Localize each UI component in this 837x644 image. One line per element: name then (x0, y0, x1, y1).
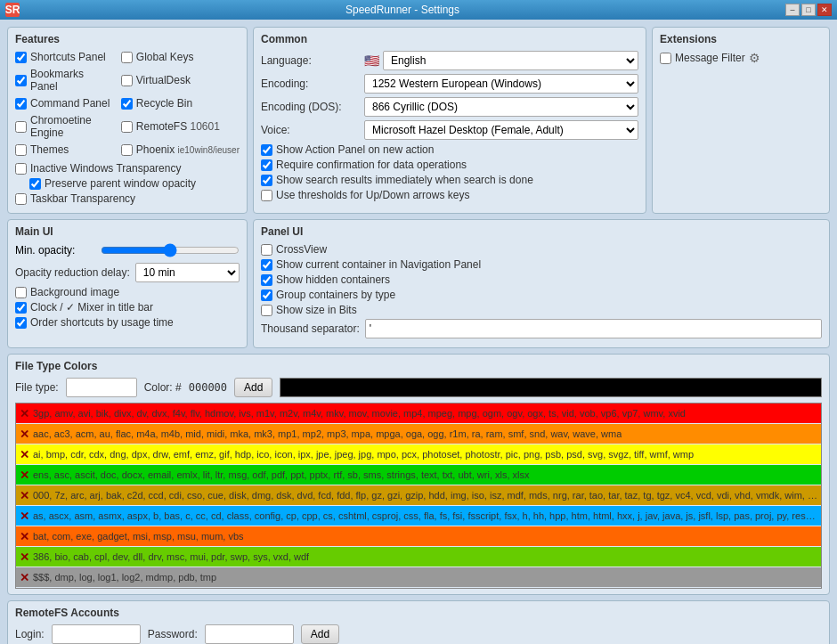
language-select-wrap: 🇺🇸 English (364, 51, 638, 70)
recycle-bin-checkbox[interactable] (121, 98, 133, 110)
show-current-checkbox[interactable] (261, 259, 272, 271)
color-bar-executable[interactable]: ✕ bat, com, exe, gadget, msi, msp, msu, … (16, 526, 821, 546)
remove-system-icon[interactable]: ✕ (20, 550, 29, 564)
encoding-dos-row: Encoding (DOS): 866 Cyrillic (DOS) (261, 97, 638, 117)
color-bar-image[interactable]: ✕ ai, bmp, cdr, cdx, dng, dpx, drw, emf,… (16, 444, 821, 464)
remove-executable-icon[interactable]: ✕ (20, 530, 29, 543)
group-containers-checkbox[interactable] (261, 289, 272, 301)
file-type-label: File type: (15, 381, 59, 394)
shortcuts-panel-row: Shortcuts Panel (15, 51, 114, 63)
virtualdesk-checkbox[interactable] (121, 75, 133, 86)
title-bar: SR SpeedRunner - Settings – □ ✕ (0, 0, 837, 20)
show-action-checkbox[interactable] (261, 144, 272, 156)
thousand-sep-input[interactable] (365, 319, 822, 338)
crossview-checkbox[interactable] (261, 244, 272, 256)
opacity-delay-select[interactable]: 10 min 1 min 5 min 15 min 30 min (135, 263, 240, 282)
command-panel-row: Command Panel (15, 97, 114, 110)
remove-code-icon[interactable]: ✕ (20, 509, 29, 523)
recycle-bin-row: Recycle Bin (121, 97, 240, 110)
login-input[interactable] (52, 624, 141, 644)
message-filter-checkbox[interactable] (660, 53, 671, 64)
middle-row: Main UI Min. opacity: Opacity reduction … (7, 219, 830, 348)
require-confirm-checkbox[interactable] (261, 159, 272, 171)
features-panel: Features Shortcuts Panel Global Keys Boo… (7, 27, 248, 214)
bookmarks-panel-checkbox[interactable] (15, 75, 27, 86)
voice-select[interactable]: Microsoft Hazel Desktop (Female, Adult) (364, 120, 638, 140)
inactive-windows-label: Inactive Windows Transparency (30, 162, 181, 175)
color-bar-code[interactable]: ✕ as, ascx, asm, asmx, aspx, b, bas, c, … (16, 506, 821, 526)
show-search-checkbox[interactable] (261, 175, 272, 186)
color-bar-video[interactable]: ✕ 3gp, amv, avi, bik, divx, dv, dvx, f4v… (16, 404, 821, 423)
color-bar-document[interactable]: ✕ ens, asc, ascit, doc, docx, email, eml… (16, 465, 821, 485)
remove-image-icon[interactable]: ✕ (20, 448, 29, 461)
min-opacity-label: Min. opacity: (15, 244, 95, 257)
app-icon: SR (5, 3, 20, 17)
phoenix-checkbox[interactable] (121, 144, 133, 156)
clock-mixer-checkbox[interactable] (15, 302, 27, 314)
require-confirm-row: Require confirmation for data operations (261, 159, 638, 171)
panel-ui-panel: Panel UI CrossView Show current containe… (253, 219, 830, 348)
color-value: 000000 (189, 381, 227, 394)
remove-temp-icon[interactable]: ✕ (20, 571, 29, 584)
remove-archive-icon[interactable]: ✕ (20, 489, 29, 502)
chromoetine-checkbox[interactable] (15, 121, 27, 133)
remove-document-icon[interactable]: ✕ (20, 469, 29, 482)
color-bar-audio[interactable]: ✕ aac, ac3, acm, au, flac, m4a, m4b, mid… (16, 424, 821, 444)
encoding-row: Encoding: 1252 Western European (Windows… (261, 74, 638, 94)
color-bar-archive[interactable]: ✕ 000, 7z, arc, arj, bak, c2d, ccd, cdi,… (16, 485, 821, 505)
show-action-row: Show Action Panel on new action (261, 143, 638, 156)
preserve-parent-row: Preserve parent window opacity (29, 177, 240, 190)
group-containers-row: Group containers by type (261, 289, 822, 301)
use-thresholds-checkbox[interactable] (261, 190, 272, 201)
language-select[interactable]: English (383, 51, 638, 70)
taskbar-checkbox[interactable] (15, 193, 27, 205)
global-keys-label: Global Keys (136, 51, 194, 63)
background-image-checkbox[interactable] (15, 287, 27, 298)
show-hidden-checkbox[interactable] (261, 274, 272, 286)
add-remotefs-button[interactable]: Add (301, 624, 339, 644)
top-row: Features Shortcuts Panel Global Keys Boo… (7, 27, 830, 214)
color-bar-temp[interactable]: ✕ $$$, dmp, log, log1, log2, mdmp, pdb, … (16, 567, 821, 587)
main-ui-title: Main UI (15, 225, 240, 238)
file-type-input[interactable] (66, 378, 137, 397)
preserve-parent-checkbox[interactable] (29, 178, 41, 190)
shortcuts-panel-checkbox[interactable] (15, 52, 27, 63)
gear-icon[interactable]: ⚙ (749, 51, 760, 65)
maximize-button[interactable]: □ (801, 4, 816, 16)
remove-audio-icon[interactable]: ✕ (20, 428, 29, 441)
encoding-label: Encoding: (261, 77, 359, 90)
background-image-label: Background image (30, 286, 119, 298)
phoenix-label: Phoenix ie10win8/ieuser (136, 143, 240, 156)
command-panel-label: Command Panel (30, 97, 110, 110)
close-button[interactable]: ✕ (817, 4, 832, 16)
shortcuts-panel-label: Shortcuts Panel (30, 51, 106, 63)
crossview-label: CrossView (276, 243, 327, 256)
show-current-row: Show current container in Navigation Pan… (261, 258, 822, 271)
add-file-type-button[interactable]: Add (234, 378, 272, 397)
color-bar-executable-text: bat, com, exe, gadget, msi, msp, msu, mu… (33, 531, 244, 542)
require-confirm-label: Require confirmation for data operations (276, 159, 467, 171)
command-panel-checkbox[interactable] (15, 98, 27, 110)
global-keys-checkbox[interactable] (121, 52, 133, 63)
encoding-select[interactable]: 1252 Western European (Windows) (364, 74, 638, 94)
minimize-button[interactable]: – (785, 4, 800, 16)
themes-checkbox[interactable] (15, 144, 27, 156)
extensions-panel: Extensions Message Filter ⚙ (652, 27, 830, 214)
inactive-windows-checkbox[interactable] (15, 163, 27, 175)
clock-mixer-row: Clock / ✓ Mixer in title bar (15, 301, 240, 314)
show-hidden-label: Show hidden containers (276, 273, 390, 286)
encoding-dos-select[interactable]: 866 Cyrillic (DOS) (364, 97, 638, 117)
color-bar-system[interactable]: ✕ 386, bio, cab, cpl, dev, dll, drv, msc… (16, 547, 821, 567)
remotefs-checkbox[interactable] (121, 121, 133, 133)
color-label: Color: # (144, 381, 182, 394)
min-opacity-slider[interactable] (101, 243, 240, 257)
order-shortcuts-label: Order shortcuts by usage time (30, 316, 174, 329)
show-size-checkbox[interactable] (261, 305, 272, 316)
thousand-sep-label: Thousand separator: (261, 322, 360, 335)
password-input[interactable] (205, 624, 294, 644)
chromoetine-row: Chromoetine Engine (15, 114, 114, 139)
global-keys-row: Global Keys (121, 51, 240, 63)
flag-icon: 🇺🇸 (364, 53, 379, 68)
order-shortcuts-checkbox[interactable] (15, 317, 27, 329)
remove-video-icon[interactable]: ✕ (20, 407, 29, 420)
